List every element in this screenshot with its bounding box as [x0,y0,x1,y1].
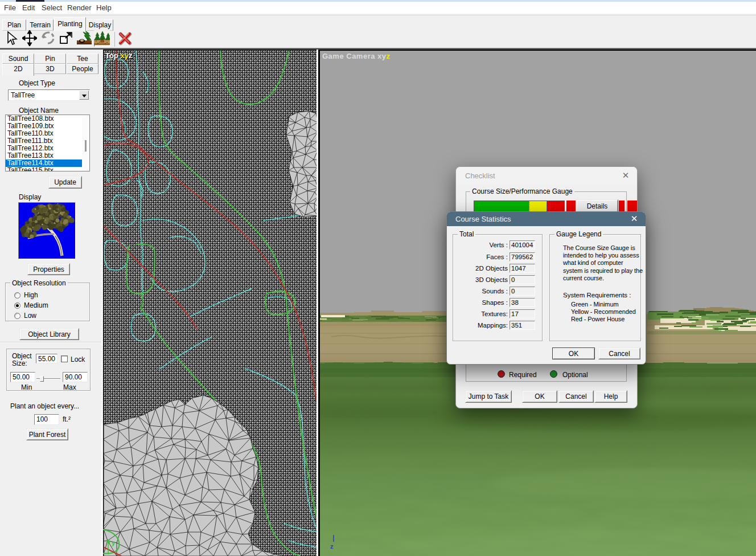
side-panel: SoundPinTee2D3DPeople Object Type TallTr… [0,50,101,556]
stat-label: Shapes : [482,299,508,306]
panel-tab-tee[interactable]: Tee [67,54,98,64]
axis-x-label: x [377,52,382,60]
checklist-cancel-button[interactable]: Cancel [558,390,594,403]
system-requirements-list: Green - MinimumYellow - RecommendedRed -… [571,301,636,323]
object-library-button[interactable]: Object Library [19,328,79,340]
list-item[interactable]: TallTree115.btx [6,167,89,171]
min-size-field[interactable]: 50.00 [10,372,35,382]
scrollbar-thumb[interactable] [85,140,87,152]
scale-icon [59,30,73,48]
toolbar [0,31,756,49]
panel-tab-sound[interactable]: Sound [2,54,34,64]
close-icon[interactable]: ✕ [630,214,639,223]
tab-terrain[interactable]: Terrain [27,19,54,31]
stats-cancel-button[interactable]: Cancel [598,348,640,359]
object-size-field[interactable]: 55.00 [36,354,57,363]
stat-value: 401004 [510,240,535,250]
delete-tool-button[interactable] [117,31,133,47]
gauge-description-line: system is required to play the [563,267,643,275]
properties-button[interactable]: Properties [27,263,70,275]
stat-label: Textures: [481,310,508,317]
radio-medium[interactable]: Medium [14,301,48,309]
legend-line: Green - Minimum [571,301,636,308]
lock-checkbox[interactable] [61,355,68,362]
combo-dropdown-button[interactable] [79,91,89,100]
tab-planting[interactable]: Planting [54,17,86,31]
panel-tab-2d[interactable]: 2D [2,64,34,76]
checklist-titlebar[interactable]: Checklist ✕ [456,167,637,184]
gauge-red-block [566,201,576,212]
checklist-ok-button[interactable]: OK [522,390,557,403]
total-group-label: Total [458,230,475,238]
panel-tab-pin[interactable]: Pin [34,54,66,64]
move-tool-button[interactable] [22,31,38,47]
menu-select[interactable]: Select [42,2,62,14]
stat-row: Faces :799562 [453,252,543,261]
rotate-icon [40,30,55,48]
radio-circle[interactable] [14,302,20,309]
plan-view-canvas[interactable] [103,50,317,556]
close-icon[interactable]: ✕ [621,171,630,180]
tab-display[interactable]: Display [87,19,113,31]
update-button[interactable]: Update [48,176,82,189]
axis-y-label: y [125,51,129,60]
gauge-yellow-segment [529,201,547,212]
required-label: Required [509,371,537,379]
stat-row: Mappings:351 [453,321,543,330]
size-slider[interactable] [36,375,60,382]
radio-circle[interactable] [14,313,20,319]
stat-label: Mappings: [478,322,508,329]
menu-render[interactable]: Render [67,2,92,14]
stats-ok-button[interactable]: OK [552,348,595,359]
combo-value: TallTree [11,91,35,99]
stat-row: Verts :401004 [453,240,543,250]
rotate-tool-button[interactable] [40,31,56,47]
system-requirements-label: System Requirements : [563,292,631,299]
plan-view-2d[interactable]: Top xyz y [103,50,317,556]
view3d-label: Game Camera xyz [322,52,391,60]
listbox-scrollbar[interactable] [82,115,89,171]
optional-dot-icon [550,370,557,378]
checklist-jump-to-task-button[interactable]: Jump to Task [465,390,512,403]
optional-label: Optional [562,371,588,379]
menu-file[interactable]: File [4,2,16,14]
plant-every-field[interactable]: 100 [34,414,59,425]
object-type-combo[interactable]: TallTree [8,89,90,101]
scale-tool-button[interactable] [58,31,74,47]
axis-y-label: y [382,52,387,60]
stat-value: 17 [510,309,535,318]
plant-tree-tool-button[interactable] [76,31,92,47]
details-button[interactable]: Details [576,199,618,212]
stat-label: Sounds : [482,288,508,295]
panel-tab-3d[interactable]: 3D [34,64,66,74]
stat-row: 2D Objects1047 [453,264,543,273]
panel-tab-people[interactable]: People [67,64,98,74]
plant-forest-icon [94,30,110,48]
total-group: Total Verts :401004Faces :7995622D Objec… [453,234,543,341]
radio-low[interactable]: Low [14,312,36,320]
slider-thumb[interactable] [40,376,44,382]
course-statistics-dialog: Course Statistics ✕ Total Verts :401004F… [446,211,646,365]
gauge-red-block [627,201,637,212]
tab-plan[interactable]: Plan [2,19,26,31]
object-resolution-label: Object Resolution [10,279,68,287]
cursor-icon [4,30,19,48]
object-name-listbox[interactable]: TallTree108.btxTallTree109.btxTallTree11… [5,115,90,171]
menu-edit[interactable]: Edit [22,2,35,14]
max-size-field[interactable]: 90.00 [63,372,88,382]
axis-z-label: z [387,52,391,60]
stats-titlebar[interactable]: Course Statistics ✕ [447,212,646,226]
radio-high[interactable]: High [14,291,38,299]
checklist-help-button[interactable]: Help [594,390,627,403]
toolbar-separator [114,32,115,47]
stat-value: 0 [510,275,535,284]
display-label: Display [19,193,41,201]
z-axis-label: z [330,543,334,550]
menu-help[interactable]: Help [96,2,112,14]
plant-forest-button[interactable]: Plant Forest [26,428,68,440]
plant-forest-tool-button[interactable] [94,31,110,47]
plant-every-unit: ft.² [63,415,71,423]
stat-row: Shapes :38 [453,298,543,307]
select-tool-button[interactable] [3,31,19,47]
radio-circle[interactable] [14,292,20,299]
